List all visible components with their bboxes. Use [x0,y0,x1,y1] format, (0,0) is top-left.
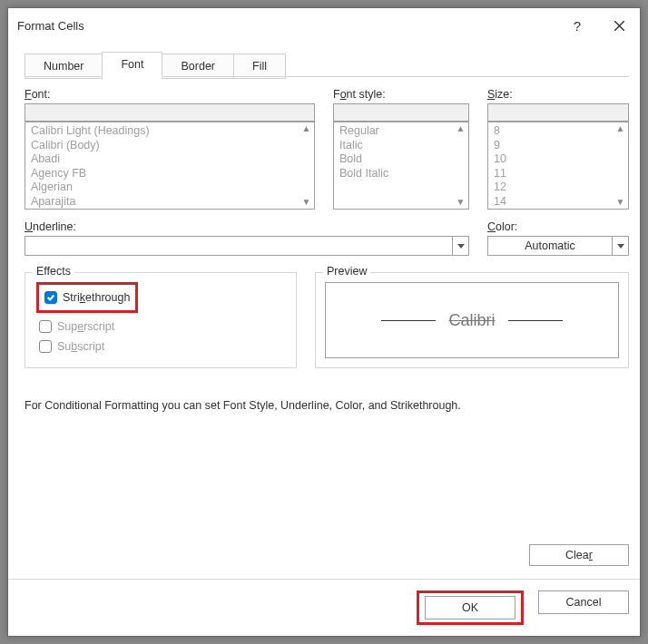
effects-group-label: Effects [33,265,74,278]
superscript-checkbox-row[interactable]: Superscript [36,318,285,335]
font-option[interactable]: Calibri Light (Headings) [31,124,298,139]
size-input[interactable] [487,103,629,122]
font-style-option[interactable]: Italic [339,139,452,153]
dialog-title: Format Cells [17,19,556,33]
underline-combo[interactable] [25,236,469,256]
size-option[interactable]: 12 [494,181,612,195]
font-style-label: Font style: [333,88,469,101]
strikethrough-highlight: Strikethrough [36,282,138,313]
titlebar: Format Cells ? [8,8,640,43]
font-option[interactable]: Agency FB [31,167,298,181]
superscript-label: Superscript [57,320,114,333]
help-button[interactable]: ? [556,8,598,43]
clear-button[interactable]: Clear [529,544,629,566]
ok-highlight: OK [417,590,524,625]
font-style-option[interactable]: Regular [339,124,452,139]
tab-body: Font: Calibri Light (Headings) Calibri (… [25,76,629,579]
font-style-list[interactable]: Regular Italic Bold Bold Italic ▲▼ [333,122,469,210]
superscript-checkbox[interactable] [39,320,52,333]
close-button[interactable] [598,8,640,43]
tab-fill[interactable]: Fill [233,54,286,79]
preview-box: Calibri [325,282,619,358]
font-option[interactable]: Aparajita [31,195,298,210]
subscript-label: Subscript [57,340,104,353]
preview-group-label: Preview [323,265,370,278]
preview-line [508,320,563,321]
font-style-option[interactable]: Bold Italic [339,167,452,181]
preview-text: Calibri [448,311,495,330]
underline-label: Underline: [25,220,469,233]
chevron-down-icon[interactable] [452,237,468,255]
ok-button[interactable]: OK [425,596,515,620]
color-label: Color: [487,220,629,233]
format-cells-dialog: Format Cells ? Number Font Border Fill F… [7,7,641,637]
effects-group: Effects Strikethrough Superscript [25,272,297,368]
dialog-footer: OK Cancel [8,579,640,636]
font-option[interactable]: Algerian [31,181,298,195]
font-option[interactable]: Calibri (Body) [31,139,298,153]
size-option[interactable]: 9 [494,139,612,153]
tab-strip: Number Font Border Fill [25,52,631,77]
scrollbar[interactable]: ▲▼ [299,122,314,209]
scrollbar[interactable]: ▲▼ [453,122,468,209]
preview-line [381,320,436,321]
size-option[interactable]: 11 [494,167,612,181]
font-style-option[interactable]: Bold [339,152,452,167]
chevron-down-icon[interactable] [612,237,628,255]
size-option[interactable]: 14 [494,195,612,210]
strikethrough-label: Strikethrough [63,291,130,304]
tab-number[interactable]: Number [25,54,103,79]
font-style-input[interactable] [333,103,469,122]
subscript-checkbox[interactable] [39,340,52,353]
size-list[interactable]: 8 9 10 11 12 14 ▲▼ [487,122,629,210]
font-option[interactable]: Abadi [31,152,298,167]
size-label: Size: [487,88,629,101]
color-combo[interactable]: Automatic [487,236,629,256]
font-input[interactable] [25,103,315,122]
tab-border[interactable]: Border [162,54,234,79]
font-list[interactable]: Calibri Light (Headings) Calibri (Body) … [25,122,315,210]
size-option[interactable]: 8 [494,124,612,139]
check-icon [46,293,55,302]
cancel-button[interactable]: Cancel [538,590,629,614]
subscript-checkbox-row[interactable]: Subscript [36,338,285,355]
note-text: For Conditional Formatting you can set F… [25,399,629,412]
tab-font[interactable]: Font [102,52,162,77]
font-label: Font: [25,88,315,101]
close-icon [614,21,624,31]
strikethrough-checkbox-row[interactable]: Strikethrough [42,289,133,306]
scrollbar[interactable]: ▲▼ [613,122,628,209]
size-option[interactable]: 10 [494,152,612,167]
preview-group: Preview Calibri [315,272,629,368]
strikethrough-checkbox[interactable] [44,291,57,304]
